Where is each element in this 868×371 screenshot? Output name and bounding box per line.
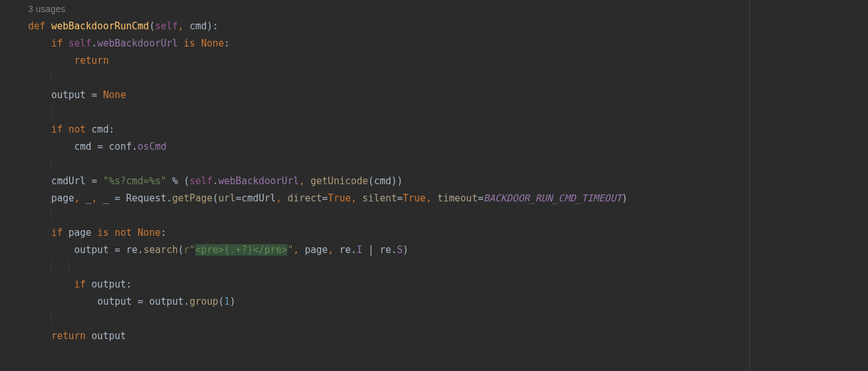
- code-line[interactable]: output = re.search(r"<pre>(.+?)</pre>", …: [28, 244, 408, 256]
- code-line[interactable]: [28, 261, 68, 273]
- param-self: self: [155, 20, 178, 32]
- right-margin-guide: [749, 0, 750, 371]
- indent-guide: [68, 261, 69, 272]
- indent-guide: [51, 106, 52, 117]
- keyword-if: if: [51, 38, 63, 49]
- code-line[interactable]: if self.webBackdoorUrl is None:: [28, 38, 230, 49]
- string-literal: "%s?cmd=%s": [103, 175, 166, 187]
- code-line[interactable]: if not cmd:: [28, 124, 114, 135]
- code-line[interactable]: page, _, _ = Request.getPage(url=cmdUrl,…: [28, 193, 627, 204]
- code-line[interactable]: output = output.group(1): [28, 296, 236, 307]
- code-line[interactable]: def webBackdoorRunCmd(self, cmd):: [28, 20, 218, 32]
- code-line[interactable]: [28, 210, 51, 221]
- indent-guide: [51, 71, 52, 83]
- param-cmd: cmd: [190, 20, 207, 32]
- indent-guide: [51, 157, 52, 169]
- code-line[interactable]: if page is not None:: [28, 227, 167, 238]
- code-line[interactable]: return output: [28, 330, 126, 342]
- code-line[interactable]: if output:: [28, 279, 132, 290]
- keyword-def: def: [28, 20, 45, 32]
- indent-guide: [51, 209, 52, 221]
- code-block[interactable]: def webBackdoorRunCmd(self, cmd): if sel…: [28, 18, 627, 345]
- indent-guide: [51, 261, 52, 272]
- code-line[interactable]: cmd = conf.osCmd: [28, 141, 167, 152]
- keyword-return: return: [74, 55, 108, 66]
- code-line[interactable]: cmdUrl = "%s?cmd=%s" % (self.webBackdoor…: [28, 175, 403, 187]
- regex-highlight: <pre>: [195, 244, 224, 256]
- code-editor[interactable]: 3 usages def webBackdoorRunCmd(self, cmd…: [0, 0, 868, 371]
- code-line[interactable]: output = None: [28, 89, 126, 101]
- usages-hint[interactable]: 3 usages: [28, 4, 65, 14]
- code-line[interactable]: [28, 106, 51, 118]
- code-line[interactable]: [28, 72, 51, 84]
- code-line[interactable]: return: [28, 55, 108, 66]
- code-line[interactable]: [28, 313, 51, 324]
- indent-guide: [51, 312, 52, 324]
- code-line[interactable]: [28, 158, 51, 170]
- function-name: webBackdoorRunCmd: [51, 20, 149, 32]
